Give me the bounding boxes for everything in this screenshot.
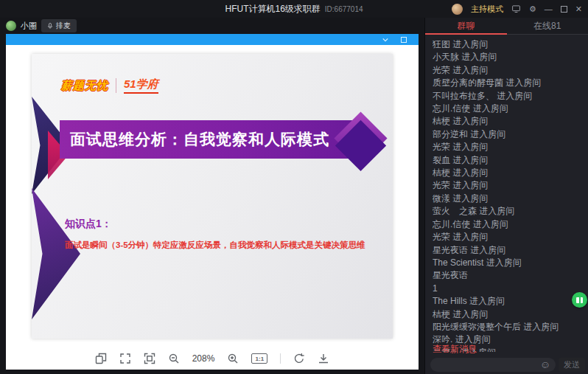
chat-message: 光荣 进入房间	[433, 141, 581, 153]
mic-queue-label: 排麦	[56, 21, 71, 31]
rotate-icon[interactable]	[293, 353, 305, 364]
screen-share-icon[interactable]	[511, 4, 521, 13]
chat-message: 萤火 之森 进入房间	[433, 205, 581, 218]
host-mode-label[interactable]: 主持模式	[471, 4, 503, 15]
chat-message: The Hills 进入房间	[433, 295, 581, 308]
knowledge-point-label: 知识点1：	[65, 218, 112, 231]
actual-size-icon[interactable]: 1:1	[251, 353, 267, 364]
chat-message: 光荣 进入房间	[433, 64, 581, 77]
chat-message: 忘川.信使 进入房间	[433, 218, 581, 231]
chat-message: 阳光缓缓弥漫整个午后 进入房间	[433, 321, 581, 333]
download-icon[interactable]	[318, 353, 329, 364]
floating-gift-badge[interactable]	[572, 292, 587, 308]
slide-logos: 薪题无忧 51学府	[61, 77, 158, 94]
titlebar-controls: 主持模式 ⚙ — ✕	[452, 0, 582, 18]
maximize-icon[interactable]	[561, 6, 567, 13]
tab-online-count-label: 在线81	[533, 20, 561, 32]
logo-secondary: 51学府	[124, 77, 158, 94]
chat-sidebar: 群聊 在线81 狂图 进入房间小天脉 进入房间光荣 进入房间质壁分离的酵母菌 进…	[424, 18, 588, 374]
slide: 薪题无忧 51学府 面试思维分析：自我觉察和人际模式 知识点1： 面试是瞬间（3…	[32, 54, 393, 339]
mic-queue-button[interactable]: 排麦	[41, 19, 77, 32]
stage-header: 小圈 排麦	[0, 18, 424, 34]
zoom-in-icon[interactable]	[227, 353, 239, 364]
knowledge-point-text: 面试是瞬间（3-5分钟）特定应激反应场景，自我觉察和人际模式是关键决策思维	[65, 240, 365, 251]
thumbnails-icon[interactable]	[95, 353, 107, 364]
stage-area: 小圈 排麦 薪题无忧	[0, 18, 424, 374]
chat-message: 微漾 进入房间	[433, 193, 581, 205]
room-id: ID:6677014	[325, 5, 363, 13]
chat-message: 桔梗 进入房间	[433, 308, 581, 321]
zoom-level: 208%	[192, 353, 215, 364]
chat-message: 不叫拉布拉多、 进入房间	[433, 90, 581, 103]
chat-message: 小天脉 进入房间	[433, 51, 581, 63]
user-name: 小圈	[21, 21, 37, 32]
gift-icon	[576, 297, 583, 303]
emoji-icon[interactable]: ☺	[540, 359, 550, 371]
slide-canvas: 薪题无忧 51学府 面试思维分析：自我觉察和人际模式 知识点1： 面试是瞬间（3…	[6, 45, 419, 347]
chat-message: 部分逆和 进入房间	[433, 128, 581, 141]
close-icon[interactable]: ✕	[575, 5, 582, 13]
tab-group-chat-label: 群聊	[457, 20, 475, 32]
zoom-out-icon[interactable]	[168, 353, 180, 364]
sidebar-tabs: 群聊 在线81	[425, 18, 588, 35]
slide-title-banner: 面试思维分析：自我觉察和人际模式	[60, 120, 356, 159]
microphone-icon	[47, 22, 53, 30]
chat-message: 质壁分离的酵母菌 进入房间	[433, 77, 581, 89]
fit-screen-icon[interactable]	[144, 353, 155, 364]
send-button[interactable]: 发送	[559, 358, 585, 372]
chat-message: 1	[433, 283, 581, 295]
minimize-icon[interactable]: —	[545, 5, 553, 13]
settings-icon[interactable]: ⚙	[529, 5, 536, 13]
fullscreen-icon[interactable]	[119, 353, 131, 364]
tab-group-chat[interactable]: 群聊	[425, 18, 507, 34]
slide-decoration-chevron-bottom	[32, 188, 80, 319]
host-avatar[interactable]	[452, 4, 463, 15]
presentation-window: 薪题无忧 51学府 面试思维分析：自我觉察和人际模式 知识点1： 面试是瞬间（3…	[6, 34, 419, 370]
chat-message: 桔梗 进入房间	[433, 167, 581, 179]
chat-message: 裂血 进入房间	[433, 154, 581, 167]
presentation-titlebar	[6, 34, 419, 45]
slide-title: 面试思维分析：自我觉察和人际模式	[70, 129, 329, 150]
chat-message: 忘川.信使 进入房间	[433, 103, 581, 115]
chat-input-row: ☺ 发送	[430, 357, 585, 372]
window-titlebar: HFUT计算机16级求职群 ID:6677014 主持模式 ⚙ — ✕	[0, 0, 588, 18]
chat-input[interactable]: ☺	[430, 358, 556, 372]
view-new-messages-link[interactable]: 查看新消息	[433, 343, 477, 356]
chat-message: The Scientist 进入房间	[433, 257, 581, 269]
expand-window-icon[interactable]	[401, 37, 407, 43]
user-avatar	[6, 21, 16, 31]
app-window: HFUT计算机16级求职群 ID:6677014 主持模式 ⚙ — ✕ 小圈 排…	[0, 0, 588, 374]
chat-message: 光荣 进入房间	[433, 231, 581, 243]
tab-online-count[interactable]: 在线81	[507, 18, 588, 34]
chat-message: 狂图 进入房间	[433, 38, 581, 51]
logo-primary: 薪题无忧	[61, 79, 108, 93]
viewer-toolbar: 208% 1:1	[6, 347, 419, 370]
window-title: HFUT计算机16级求职群	[225, 3, 320, 15]
chat-message: 光荣 进入房间	[433, 179, 581, 192]
collapse-icon[interactable]	[382, 37, 389, 43]
chat-message: 星光夜语	[433, 269, 581, 282]
chat-message: 桔梗 进入房间	[433, 115, 581, 128]
chat-message-list[interactable]: 狂图 进入房间小天脉 进入房间光荣 进入房间质壁分离的酵母菌 进入房间不叫拉布拉…	[425, 35, 588, 352]
logo-divider	[116, 78, 116, 93]
chat-message: 星光夜语 进入房间	[433, 244, 581, 257]
toolbar-divider	[280, 353, 281, 364]
